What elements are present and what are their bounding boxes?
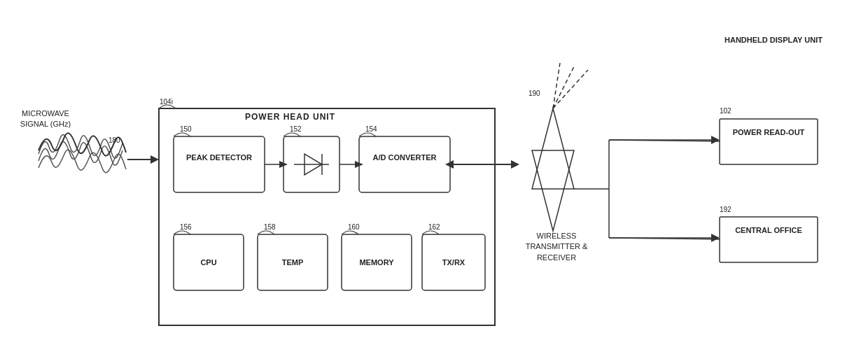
power-head-unit-box [159, 108, 495, 325]
peak-detector-label: PEAK DETECTOR [174, 153, 265, 162]
microwave-signal-label: MICROWAVE SIGNAL (GHz) [14, 108, 77, 130]
ref-156: 156 [180, 223, 192, 231]
ad-converter-label: A/D CONVERTER [359, 153, 450, 162]
ref-158: 158 [264, 223, 276, 231]
arrow-to-readout [711, 136, 720, 144]
ref-190: 190 [528, 90, 540, 97]
txrx-label: TX/RX [422, 257, 485, 267]
power-readout-box [720, 119, 818, 164]
ref-152: 152 [290, 125, 302, 133]
ref-154: 154 [365, 125, 377, 133]
power-head-unit-label: POWER HEAD UNIT [245, 112, 335, 122]
ref-160: 160 [348, 223, 360, 231]
diagram: MICROWAVE SIGNAL (GHz) 180 POWER HEAD UN… [0, 0, 868, 361]
central-office-label: CENTRAL OFFICE [720, 225, 818, 235]
transmit-antenna [532, 108, 574, 189]
receive-antenna [532, 150, 574, 231]
power-readout-label: POWER READ-OUT [720, 127, 818, 137]
signal-dash-1 [553, 70, 588, 108]
memory-label: MEMORY [342, 257, 412, 267]
peak-detector-box [174, 136, 265, 192]
diagram-svg [0, 0, 868, 361]
central-office-box [720, 217, 818, 262]
arrow-signal-to-box [150, 155, 159, 164]
temp-label: TEMP [258, 257, 328, 267]
handheld-display-unit-label: HANDHELD DISPLAY UNIT [721, 35, 826, 45]
ad-converter-box [359, 136, 450, 192]
ref-162: 162 [428, 223, 440, 231]
cpu-label: CPU [174, 257, 244, 267]
arrow-right-head [511, 160, 519, 169]
ref-150: 150 [180, 125, 192, 133]
arrow-to-central [711, 234, 720, 242]
wireless-transmitter-label: WIRELESS TRANSMITTER & RECEIVER [514, 231, 598, 263]
ref-102: 102 [720, 107, 732, 115]
ref-104i: 104i [160, 98, 173, 106]
ref-180: 180 [108, 136, 120, 144]
ref-192: 192 [720, 206, 732, 213]
